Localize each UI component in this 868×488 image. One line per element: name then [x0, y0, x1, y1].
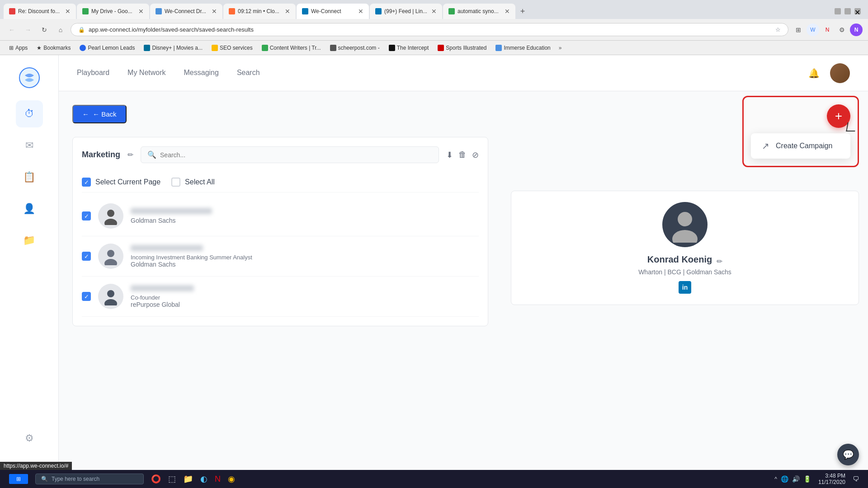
edit-icon[interactable]: ✏ [127, 150, 133, 159]
minimize-button[interactable] [835, 8, 841, 14]
select-current-page-label[interactable]: ✓ Select Current Page [82, 178, 160, 187]
taskbar-search-icon[interactable]: 🔍 Type here to search [35, 474, 144, 484]
search-bar[interactable]: 🔍 [141, 146, 439, 163]
bookmark-content-writers[interactable]: Content Writers | Tr... [258, 43, 325, 52]
list-item-3-checkbox[interactable]: ✓ [82, 292, 91, 301]
settings-ext-icon[interactable]: ⚙ [835, 23, 848, 36]
time-display: 3:48 PM [818, 473, 845, 479]
forward-nav-button[interactable]: → [22, 23, 34, 36]
taskbar-edge-icon[interactable]: ◐ [200, 474, 208, 484]
select-all-checkbox[interactable] [171, 178, 180, 187]
chat-widget-button[interactable]: 💬 [837, 444, 859, 465]
weconnect-ext-icon[interactable]: W [807, 23, 819, 36]
nav-messaging[interactable]: Messaging [184, 65, 219, 81]
new-tab-button[interactable]: + [516, 5, 529, 18]
sidebar-item-folders[interactable]: 📁 [16, 227, 43, 254]
profile-card: Konrad Koenig ✏ Wharton | BCG | Goldman … [511, 191, 859, 305]
home-button[interactable]: ⌂ [54, 23, 67, 36]
bookmark-immerse[interactable]: Immerse Education [492, 43, 554, 52]
search-input[interactable] [160, 151, 432, 159]
campaign-popup[interactable]: ↗ Create Campaign [751, 133, 850, 159]
taskbar-chrome-icon[interactable]: ◉ [228, 474, 235, 484]
back-nav-button[interactable]: ← [5, 23, 18, 36]
user-avatar[interactable] [830, 63, 850, 83]
app-logo[interactable] [16, 64, 43, 91]
bookmark-apps[interactable]: ⊞ Apps [5, 43, 31, 52]
bookmark-seo[interactable]: SEO services [208, 43, 256, 52]
taskbar-netflix-icon[interactable]: N [215, 474, 221, 484]
tray-arrow-icon[interactable]: ^ [774, 476, 777, 482]
bookmark-scheerpost[interactable]: scheerpost.com - [326, 43, 383, 52]
star-icon[interactable]: ☆ [775, 26, 781, 33]
bookmark-sports-illustrated[interactable]: Sports Illustrated [434, 43, 490, 52]
svg-point-2 [104, 219, 117, 225]
taskbar-cortana-icon[interactable]: ⭕ [151, 474, 161, 484]
tab-close-linkedin[interactable]: ✕ [431, 8, 437, 15]
list-item-1-info: Goldman Sachs [131, 208, 479, 224]
tab-close-weconnect-doc[interactable]: ✕ [212, 8, 217, 15]
battery-icon[interactable]: 🔋 [803, 475, 811, 483]
tab-google[interactable]: automatic syno... ✕ [443, 4, 515, 19]
select-current-page-checkbox[interactable]: ✓ [82, 178, 91, 187]
tab-close-weconnect[interactable]: ✕ [358, 8, 363, 15]
avatar-3-silhouette [98, 284, 123, 309]
bookmark-intercept[interactable]: The Intercept [385, 43, 433, 52]
list-item-2-checkbox[interactable]: ✓ [82, 252, 91, 261]
sidebar-item-dashboard[interactable]: ⏱ [16, 100, 43, 127]
sidebar-item-settings[interactable]: ⚙ [16, 425, 43, 452]
download-icon[interactable]: ⬇ [446, 150, 453, 160]
netflix-ext-icon[interactable]: N [821, 23, 834, 36]
bookmark-pearl-lemon[interactable]: Pearl Lemon Leads [76, 43, 138, 52]
list-item-1-checkbox[interactable]: ✓ [82, 211, 91, 221]
clock[interactable]: 3:48 PM 11/17/2020 [818, 473, 845, 485]
bookmark-si-label: Sports Illustrated [446, 45, 486, 51]
profile-circle[interactable]: N [850, 23, 863, 36]
taskbar-explorer-icon[interactable]: 📁 [183, 474, 193, 484]
close-window-button[interactable]: ✕ [854, 8, 861, 14]
notification-button[interactable]: 🔔 [805, 64, 823, 82]
nav-playboard[interactable]: Playboard [77, 65, 109, 81]
volume-icon[interactable]: 🔊 [792, 475, 800, 483]
address-bar[interactable]: 🔒 app.we-connect.io/myfolder/saved-searc… [71, 23, 788, 36]
select-all-label[interactable]: Select All [171, 178, 215, 187]
back-button[interactable]: ← ← Back [72, 105, 127, 123]
reload-button[interactable]: ↻ [38, 23, 51, 36]
network-icon[interactable]: 🌐 [781, 475, 788, 483]
block-icon[interactable]: ⊘ [472, 150, 479, 160]
bookmarks-more-button[interactable]: » [556, 43, 565, 52]
tab-close-timer[interactable]: ✕ [285, 8, 290, 15]
maximize-button[interactable] [844, 8, 851, 14]
checkmark-2-icon: ✓ [84, 253, 89, 260]
taskbar-task-view-icon[interactable]: ⬚ [168, 474, 176, 484]
tab-weconnect-doc[interactable]: We-Connect Dr... ✕ [150, 4, 222, 19]
sidebar-item-contacts[interactable]: 👤 [16, 195, 43, 222]
bookmark-bookmarks[interactable]: ★ Bookmarks [33, 43, 74, 52]
tab-weconnect[interactable]: We-Connect ✕ [297, 4, 369, 19]
checkmark-3-icon: ✓ [84, 293, 89, 300]
delete-icon[interactable]: 🗑 [458, 150, 467, 160]
tab-drive[interactable]: My Drive - Goo... ✕ [77, 4, 149, 19]
sidebar-item-campaigns[interactable]: 📋 [16, 164, 43, 191]
tab-timer[interactable]: 09:12 min • Clo... ✕ [223, 4, 296, 19]
bookmark-disney[interactable]: Disney+ | Movies a... [140, 43, 206, 52]
tab-close-drive[interactable]: ✕ [138, 8, 144, 15]
sidebar-item-messaging[interactable]: ✉ [16, 132, 43, 159]
back-button-label: ← Back [93, 110, 117, 118]
folders-icon: 📁 [23, 235, 35, 246]
extensions-icon[interactable]: ⊞ [792, 23, 805, 36]
campaigns-icon: 📋 [23, 171, 35, 183]
settings-icon: ⚙ [25, 432, 34, 444]
profile-edit-icon[interactable]: ✏ [717, 257, 722, 266]
taskbar-search-bar[interactable]: 🔍 Type here to search [35, 474, 144, 484]
nav-search[interactable]: Search [237, 65, 260, 81]
tab-close-gmail[interactable]: ✕ [65, 8, 71, 15]
nav-my-network[interactable]: My Network [127, 65, 165, 81]
linkedin-button[interactable]: in [679, 281, 691, 294]
main-content: Playboard My Network Messaging Search 🔔 … [59, 55, 868, 488]
start-button[interactable]: ⊞ [9, 474, 28, 484]
tab-linkedin[interactable]: (99+) Feed | Lin... ✕ [370, 4, 442, 19]
notification-center-icon[interactable]: 🗨 [853, 475, 859, 483]
bookmark-seo-label: SEO services [220, 45, 253, 51]
tab-close-google[interactable]: ✕ [505, 8, 510, 15]
tab-gmail[interactable]: Re: Discount fo... ✕ [4, 4, 76, 19]
